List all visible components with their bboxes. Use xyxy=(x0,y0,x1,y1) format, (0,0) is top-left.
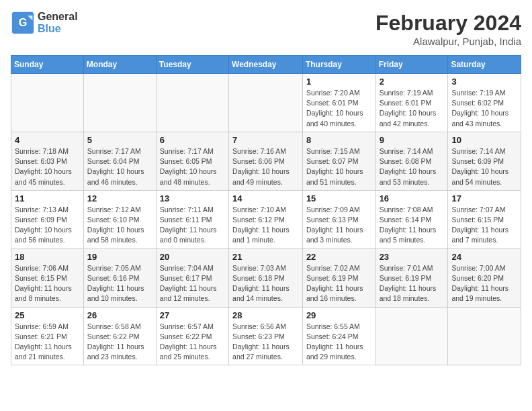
calendar-cell: 15Sunrise: 7:09 AMSunset: 6:13 PMDayligh… xyxy=(302,190,375,248)
weekday-header-saturday: Saturday xyxy=(448,56,521,74)
day-detail: Sunrise: 7:01 AMSunset: 6:19 PMDaylight:… xyxy=(380,263,445,304)
calendar-cell: 1Sunrise: 7:20 AMSunset: 6:01 PMDaylight… xyxy=(302,74,375,132)
day-detail: Sunrise: 7:13 AMSunset: 6:09 PMDaylight:… xyxy=(15,205,80,246)
calendar-cell: 25Sunrise: 6:59 AMSunset: 6:21 PMDayligh… xyxy=(11,307,84,365)
day-detail: Sunrise: 7:17 AMSunset: 6:04 PMDaylight:… xyxy=(87,146,152,187)
day-detail: Sunrise: 7:09 AMSunset: 6:13 PMDaylight:… xyxy=(306,205,372,246)
calendar-table: SundayMondayTuesdayWednesdayThursdayFrid… xyxy=(11,55,521,365)
calendar-cell xyxy=(375,307,448,365)
calendar-cell: 12Sunrise: 7:12 AMSunset: 6:10 PMDayligh… xyxy=(83,190,156,248)
day-number: 21 xyxy=(232,252,299,262)
calendar-cell: 4Sunrise: 7:18 AMSunset: 6:03 PMDaylight… xyxy=(11,132,84,190)
day-number: 28 xyxy=(232,310,299,320)
calendar-cell: 2Sunrise: 7:19 AMSunset: 6:01 PMDaylight… xyxy=(375,74,448,132)
weekday-header-row: SundayMondayTuesdayWednesdayThursdayFrid… xyxy=(11,56,521,74)
day-detail: Sunrise: 7:08 AMSunset: 6:14 PMDaylight:… xyxy=(380,205,445,246)
calendar-cell xyxy=(83,74,156,132)
weekday-header-monday: Monday xyxy=(83,56,156,74)
weekday-header-wednesday: Wednesday xyxy=(229,56,303,74)
day-number: 20 xyxy=(160,252,225,262)
day-number: 18 xyxy=(15,252,80,262)
calendar-cell: 6Sunrise: 7:17 AMSunset: 6:05 PMDaylight… xyxy=(156,132,228,190)
day-number: 3 xyxy=(451,77,517,87)
day-number: 25 xyxy=(15,310,80,320)
day-number: 26 xyxy=(87,310,152,320)
day-detail: Sunrise: 7:19 AMSunset: 6:01 PMDaylight:… xyxy=(380,88,445,129)
week-row-2: 4Sunrise: 7:18 AMSunset: 6:03 PMDaylight… xyxy=(11,132,521,190)
calendar-cell: 28Sunrise: 6:56 AMSunset: 6:23 PMDayligh… xyxy=(229,307,303,365)
day-detail: Sunrise: 7:03 AMSunset: 6:18 PMDaylight:… xyxy=(232,263,299,304)
calendar-cell: 24Sunrise: 7:00 AMSunset: 6:20 PMDayligh… xyxy=(448,248,521,307)
day-detail: Sunrise: 7:02 AMSunset: 6:19 PMDaylight:… xyxy=(306,263,372,304)
weekday-header-tuesday: Tuesday xyxy=(156,56,228,74)
calendar-cell: 14Sunrise: 7:10 AMSunset: 6:12 PMDayligh… xyxy=(229,190,303,248)
calendar-cell: 7Sunrise: 7:16 AMSunset: 6:06 PMDaylight… xyxy=(229,132,303,190)
logo: G General Blue xyxy=(11,11,78,35)
day-number: 5 xyxy=(87,135,152,145)
calendar-cell: 8Sunrise: 7:15 AMSunset: 6:07 PMDaylight… xyxy=(302,132,375,190)
week-row-1: 1Sunrise: 7:20 AMSunset: 6:01 PMDaylight… xyxy=(11,74,521,132)
day-detail: Sunrise: 6:55 AMSunset: 6:24 PMDaylight:… xyxy=(306,322,372,363)
title-area: February 2024 Alawalpur, Punjab, India xyxy=(375,11,521,47)
weekday-header-sunday: Sunday xyxy=(11,56,84,74)
calendar-cell xyxy=(229,74,303,132)
calendar-cell: 22Sunrise: 7:02 AMSunset: 6:19 PMDayligh… xyxy=(302,248,375,307)
day-number: 2 xyxy=(380,77,445,87)
week-row-3: 11Sunrise: 7:13 AMSunset: 6:09 PMDayligh… xyxy=(11,190,521,248)
day-number: 9 xyxy=(380,135,445,145)
day-number: 11 xyxy=(15,193,80,203)
day-number: 7 xyxy=(232,135,299,145)
calendar-cell: 16Sunrise: 7:08 AMSunset: 6:14 PMDayligh… xyxy=(375,190,448,248)
day-number: 13 xyxy=(160,193,225,203)
day-number: 15 xyxy=(306,193,372,203)
day-number: 8 xyxy=(306,135,372,145)
day-number: 23 xyxy=(380,252,445,262)
day-number: 10 xyxy=(451,135,517,145)
day-number: 19 xyxy=(87,252,152,262)
day-detail: Sunrise: 7:19 AMSunset: 6:02 PMDaylight:… xyxy=(451,88,517,129)
header: G General Blue February 2024 Alawalpur, … xyxy=(11,11,521,47)
day-detail: Sunrise: 6:59 AMSunset: 6:21 PMDaylight:… xyxy=(15,322,80,363)
calendar-cell: 3Sunrise: 7:19 AMSunset: 6:02 PMDaylight… xyxy=(448,74,521,132)
day-detail: Sunrise: 7:17 AMSunset: 6:05 PMDaylight:… xyxy=(160,146,225,187)
day-detail: Sunrise: 7:15 AMSunset: 6:07 PMDaylight:… xyxy=(306,146,372,187)
calendar-cell xyxy=(156,74,228,132)
day-number: 12 xyxy=(87,193,152,203)
day-detail: Sunrise: 6:57 AMSunset: 6:22 PMDaylight:… xyxy=(160,322,225,363)
svg-text:G: G xyxy=(19,16,28,28)
calendar-cell: 17Sunrise: 7:07 AMSunset: 6:15 PMDayligh… xyxy=(448,190,521,248)
calendar-cell: 20Sunrise: 7:04 AMSunset: 6:17 PMDayligh… xyxy=(156,248,228,307)
day-number: 29 xyxy=(306,310,372,320)
calendar-cell: 10Sunrise: 7:14 AMSunset: 6:09 PMDayligh… xyxy=(448,132,521,190)
day-number: 16 xyxy=(380,193,445,203)
calendar-cell: 19Sunrise: 7:05 AMSunset: 6:16 PMDayligh… xyxy=(83,248,156,307)
calendar-cell: 9Sunrise: 7:14 AMSunset: 6:08 PMDaylight… xyxy=(375,132,448,190)
day-detail: Sunrise: 7:07 AMSunset: 6:15 PMDaylight:… xyxy=(451,205,517,246)
day-number: 6 xyxy=(160,135,225,145)
calendar-cell xyxy=(448,307,521,365)
day-number: 4 xyxy=(15,135,80,145)
calendar-title: February 2024 xyxy=(375,11,521,36)
day-detail: Sunrise: 7:20 AMSunset: 6:01 PMDaylight:… xyxy=(306,88,372,129)
calendar-cell: 23Sunrise: 7:01 AMSunset: 6:19 PMDayligh… xyxy=(375,248,448,307)
day-detail: Sunrise: 6:58 AMSunset: 6:22 PMDaylight:… xyxy=(87,322,152,363)
calendar-cell: 27Sunrise: 6:57 AMSunset: 6:22 PMDayligh… xyxy=(156,307,228,365)
day-number: 24 xyxy=(451,252,517,262)
day-detail: Sunrise: 6:56 AMSunset: 6:23 PMDaylight:… xyxy=(232,322,299,363)
day-number: 1 xyxy=(306,77,372,87)
calendar-cell: 5Sunrise: 7:17 AMSunset: 6:04 PMDaylight… xyxy=(83,132,156,190)
weekday-header-thursday: Thursday xyxy=(302,56,375,74)
week-row-5: 25Sunrise: 6:59 AMSunset: 6:21 PMDayligh… xyxy=(11,307,521,365)
day-detail: Sunrise: 7:11 AMSunset: 6:11 PMDaylight:… xyxy=(160,205,225,246)
calendar-cell: 11Sunrise: 7:13 AMSunset: 6:09 PMDayligh… xyxy=(11,190,84,248)
day-detail: Sunrise: 7:10 AMSunset: 6:12 PMDaylight:… xyxy=(232,205,299,246)
day-detail: Sunrise: 7:14 AMSunset: 6:09 PMDaylight:… xyxy=(451,146,517,187)
day-detail: Sunrise: 7:00 AMSunset: 6:20 PMDaylight:… xyxy=(451,263,517,304)
day-detail: Sunrise: 7:05 AMSunset: 6:16 PMDaylight:… xyxy=(87,263,152,304)
calendar-cell: 21Sunrise: 7:03 AMSunset: 6:18 PMDayligh… xyxy=(229,248,303,307)
day-detail: Sunrise: 7:18 AMSunset: 6:03 PMDaylight:… xyxy=(15,146,80,187)
logo-line2: Blue xyxy=(38,23,78,35)
day-detail: Sunrise: 7:12 AMSunset: 6:10 PMDaylight:… xyxy=(87,205,152,246)
calendar-cell: 13Sunrise: 7:11 AMSunset: 6:11 PMDayligh… xyxy=(156,190,228,248)
calendar-cell xyxy=(11,74,84,132)
